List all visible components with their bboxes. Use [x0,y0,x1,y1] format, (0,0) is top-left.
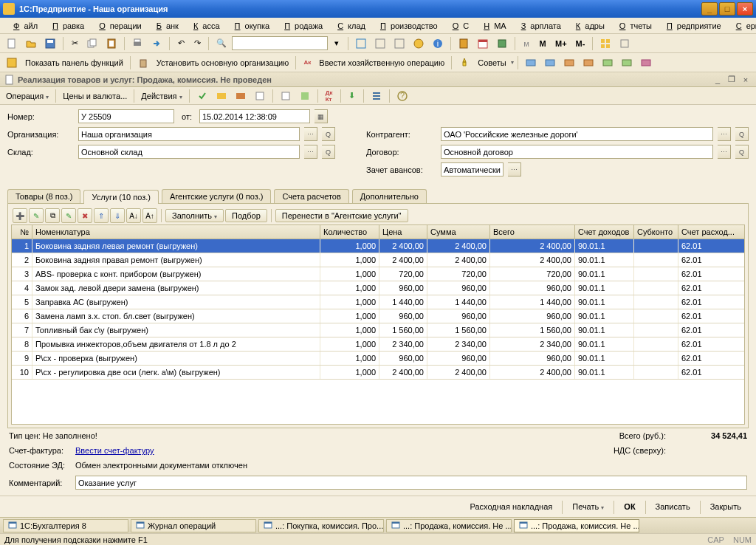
print-button[interactable]: Печать ▾ [566,501,610,514]
r4-icon[interactable] [580,55,597,70]
t2-icon[interactable] [371,36,389,51]
menu-файл[interactable]: Файл [4,20,42,32]
menu-склад[interactable]: Склад [329,20,370,32]
move-to-agent-button[interactable]: Перенести в "Агентские услуги" [275,209,408,222]
panel-icon[interactable] [3,55,21,70]
advance-lookup-button[interactable]: ⋯ [508,162,521,176]
views-icon[interactable] [597,36,614,51]
journal-icon[interactable] [493,36,511,51]
enter-op-button[interactable]: Ввести хозяйственную операцию [316,58,447,67]
fill-button[interactable]: Заполнить ▾ [165,209,224,222]
move-down-icon[interactable]: ⇓ [110,208,125,223]
contract-lookup-button[interactable]: ⋯ [718,145,731,159]
org-open-button[interactable]: Q [322,127,335,141]
help-icon[interactable]: i [429,36,447,51]
prices-currency-button[interactable]: Цены и валюта... [60,92,130,100]
tab-4[interactable]: Дополнительно [352,189,427,203]
delete-row-icon[interactable]: ✖ [78,208,92,223]
table-row[interactable]: 6Замена ламп з.х. стоп. бл.свет (выгруже… [12,309,744,323]
menu-зарплата[interactable]: Зарплата [512,20,566,32]
mplus-btn[interactable]: М+ [551,36,571,51]
table-row[interactable]: 9Р\сх - проверка (выгружен)1,000960,0096… [12,352,744,366]
header-income[interactable]: Счет доходов [575,225,634,239]
menu-нма[interactable]: НМА [475,20,510,32]
contragent-lookup-button[interactable]: ⋯ [718,127,731,141]
ok-button[interactable]: ОК [618,501,641,514]
operation-menu[interactable]: Операция ▾ [3,92,52,100]
tips-button[interactable]: Советы [475,58,509,67]
ft-help-icon[interactable]: ? [394,89,411,103]
contract-field[interactable]: Основной договор [441,145,713,159]
header-name[interactable]: Номенклатура [32,225,320,239]
comment-field[interactable]: Оказание услуг [75,476,747,490]
r6-icon[interactable] [618,55,636,70]
header-sum[interactable]: Сумма [427,225,490,239]
search-input[interactable] [232,36,328,50]
org-field[interactable]: Наша организация [78,127,300,141]
header-subconto[interactable]: Субконто [634,225,678,239]
header-expense[interactable]: Счет расход... [678,225,734,239]
tab-2[interactable]: Агентские услуги (0 поз.) [162,189,271,203]
close-button[interactable]: Закрыть [704,501,747,514]
menu-касса[interactable]: Касса [185,20,224,32]
table-row[interactable]: 8Промывка инжекторов,объем двигателя от … [12,337,744,352]
header-total[interactable]: Всего [490,225,575,239]
move-up-icon[interactable]: ⇑ [94,208,109,223]
ft-list-icon[interactable] [368,89,385,103]
undo-icon[interactable]: ↶ [173,36,188,51]
close-button[interactable]: × [737,2,753,16]
waybill-button[interactable]: Расходная накладная [464,501,559,514]
open-icon[interactable] [22,36,40,51]
ft5-icon[interactable] [277,89,295,103]
calendar-icon[interactable] [474,36,492,51]
enter-invoice-link[interactable]: Ввести счет-фактуру [75,446,154,455]
table-row[interactable]: 5Заправка АС (выгружен)1,0001 440,001 44… [12,295,744,309]
task-0[interactable]: 1С:Бухгалтерия 8 [3,519,128,532]
menu-ос[interactable]: ОС [444,20,474,32]
search-icon[interactable]: 🔍 [213,36,230,51]
menu-банк[interactable]: Банк [148,20,183,32]
number-field[interactable]: У 25509 [78,109,174,123]
go-icon[interactable] [148,36,165,51]
ft-tree-icon[interactable]: ⬇ [345,89,360,103]
tab-3[interactable]: Счета расчетов [274,189,348,203]
copy-row-icon[interactable]: ⧉ [45,208,60,223]
sort-asc-icon[interactable]: A↓ [126,208,141,223]
save-button[interactable]: Записать [650,501,696,514]
calc-icon[interactable] [455,36,472,51]
table-row[interactable]: 2Боковина задняя правая ремонт (выгружен… [12,253,744,267]
menu-операции[interactable]: Операции [90,20,145,32]
header-qty[interactable]: Количество [320,225,379,239]
table-row[interactable]: 1Боковина задняя левая ремонт (выгружен)… [12,239,744,253]
minimize-button[interactable]: _ [701,2,718,16]
header-price[interactable]: Цена [379,225,427,239]
contragent-field[interactable]: ОАО 'Российские железные дороги' [441,127,713,141]
t1-icon[interactable] [352,36,370,51]
table-row[interactable]: 7Топливный бак с\у (выгружен)1,0001 560,… [12,323,744,337]
menu-правка[interactable]: Правка [44,20,89,32]
menu-покупка[interactable]: Покупка [226,20,275,32]
contragent-open-button[interactable]: Q [735,127,749,141]
store-field[interactable]: Основной склад [78,145,300,159]
org-lookup-button[interactable]: ⋯ [304,127,317,141]
search-dropdown-icon[interactable]: ▾ [329,36,344,51]
tab-1[interactable]: Услуги (10 поз.) [83,190,159,204]
task-4[interactable]: ...: Продажа, комиссия. Не ... [514,519,639,532]
redo-icon[interactable]: ↷ [190,36,205,51]
actions-menu[interactable]: Действия ▾ [138,92,185,100]
pick-button[interactable]: Подбор [225,209,267,222]
menu-кадры[interactable]: Кадры [567,20,609,32]
doc-minimize-button[interactable]: _ [712,75,724,85]
print-icon[interactable] [128,36,146,51]
r3-icon[interactable] [560,55,578,70]
table-row[interactable]: 10Р\сх - регулировка две оси (легк. а\м)… [12,366,744,380]
cut-icon[interactable]: ✂ [67,36,82,51]
contract-open-button[interactable]: Q [735,145,749,159]
org-icon[interactable] [134,55,152,70]
r7-icon[interactable] [637,55,655,70]
store-lookup-button[interactable]: ⋯ [304,145,317,159]
add-row-icon[interactable]: ➕ [13,208,27,223]
r5-icon[interactable] [599,55,616,70]
table-row[interactable]: 4Замок зад. левой двери замена (выгружен… [12,281,744,295]
ft3-icon[interactable] [232,89,250,103]
